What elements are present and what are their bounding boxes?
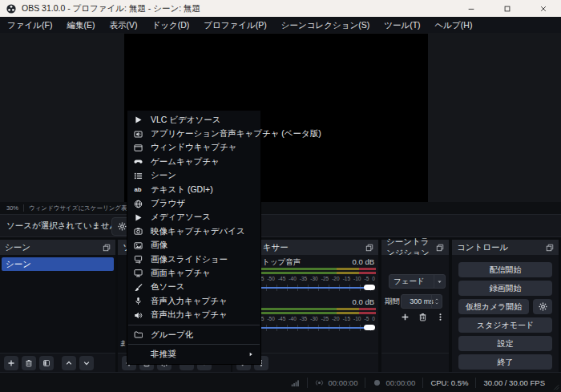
menu-item-label: アプリケーション音声キャプチャ (ベータ版)	[151, 128, 321, 139]
control-button[interactable]: 配信開始	[458, 262, 552, 277]
meter-scale-tick: -15	[343, 276, 350, 281]
menu-item-label: シーン	[151, 170, 176, 181]
menu-item[interactable]: シーン	[127, 169, 260, 183]
popout-icon[interactable]	[546, 244, 554, 252]
menubar-item[interactable]: 編集(E)	[59, 17, 102, 33]
controls-panel-header[interactable]: コントロール	[452, 240, 559, 255]
spinner-arrows[interactable]	[431, 295, 441, 308]
meter-scale-tick: -35	[300, 276, 307, 281]
menu-item[interactable]: 画像スライドショー	[127, 253, 260, 266]
transition-select[interactable]: フェード	[389, 274, 446, 289]
transitions-bottom-bar	[381, 353, 449, 372]
menu-item[interactable]: グループ化	[127, 328, 260, 341]
menubar-item[interactable]: シーンコレクション(S)	[274, 17, 377, 33]
source-context-toolbar: ソースが選択されていません	[0, 214, 561, 237]
scene-filter-button[interactable]	[39, 356, 54, 370]
controls-panel-title: コントロール	[457, 242, 508, 253]
meter-scale-tick: -5	[365, 316, 369, 321]
menu-item[interactable]: 色ソース	[127, 281, 260, 294]
preview-area[interactable]	[0, 33, 561, 202]
menu-item[interactable]: VLC ビデオソース	[127, 113, 260, 127]
menu-item[interactable]: アプリケーション音声キャプチャ (ベータ版)	[127, 127, 260, 140]
menu-separator	[128, 325, 260, 325]
scenes-toolbar	[0, 353, 115, 372]
menu-item-label: VLC ビデオソース	[151, 115, 221, 126]
popout-icon[interactable]	[103, 244, 111, 252]
control-button[interactable]: 録画開始	[458, 281, 552, 296]
window-title: OBS 31.0.0 - プロファイル: 無題 - シーン: 無題	[22, 3, 200, 14]
menu-item[interactable]: 音声入力キャプチャ	[127, 294, 260, 308]
chevron-up-button[interactable]	[62, 356, 76, 370]
record-time: 00:00:00	[385, 378, 415, 387]
signal-bars-icon	[291, 378, 300, 387]
menu-item-label: 映像キャプチャデバイス	[151, 226, 245, 237]
menubar-item[interactable]: ファイル(F)	[0, 17, 59, 33]
text-icon: ab	[134, 185, 143, 194]
menu-item-label: テキスト (GDI+)	[151, 184, 213, 196]
menu-item-label: 非推奨	[151, 349, 176, 360]
scenes-panel-header[interactable]: シーン	[0, 240, 115, 255]
menu-item-label: 音声出力キャプチャ	[151, 309, 228, 321]
menubar-item[interactable]: ヘルプ(H)	[428, 17, 480, 33]
volume-slider-handle[interactable]	[364, 325, 375, 330]
maximize-button[interactable]	[489, 0, 525, 17]
record-time-segment: 00:00:00	[373, 378, 415, 387]
menubar-item[interactable]: プロファイル(P)	[196, 17, 273, 33]
menu-item[interactable]: 非推奨	[127, 347, 260, 361]
control-button[interactable]: 仮想カメラ開始	[458, 299, 529, 314]
meter-scale-tick: -50	[267, 316, 274, 321]
record-status-icon	[373, 378, 381, 387]
trash-button[interactable]	[22, 356, 36, 370]
mic-icon	[134, 297, 143, 305]
kebab-button[interactable]	[434, 310, 446, 323]
obs-logo-icon	[6, 4, 16, 14]
spinner-down-icon[interactable]	[434, 301, 439, 305]
menu-item[interactable]: abテキスト (GDI+)	[127, 183, 260, 196]
menu-item[interactable]: 映像キャプチャデバイス	[127, 224, 260, 238]
meter-scale-tick: -10	[353, 316, 361, 321]
transitions-panel: シーントランジション フェード 期間 300 ms	[381, 240, 449, 372]
submenu-arrow-icon	[248, 351, 254, 358]
control-button[interactable]: スタジオモード	[458, 317, 552, 333]
plus-button[interactable]	[398, 310, 411, 323]
menubar-item[interactable]: 表示(V)	[102, 17, 144, 33]
meter-scale-tick: -45	[278, 276, 285, 281]
control-button[interactable]: 終了	[458, 354, 552, 370]
menubar-item[interactable]: ドック(D)	[144, 17, 196, 33]
popout-icon[interactable]	[365, 244, 373, 252]
menu-item[interactable]: メディアソース	[127, 211, 260, 224]
menu-item[interactable]: 画像	[127, 239, 260, 253]
virtual-camera-config-button[interactable]	[533, 299, 552, 314]
plus-button[interactable]	[4, 356, 18, 370]
trash-button[interactable]	[416, 310, 429, 323]
menu-item[interactable]: 画面キャプチャ	[127, 266, 260, 280]
scenes-panel-title: シーン	[5, 242, 30, 253]
play-icon	[134, 115, 143, 124]
menu-item[interactable]: 音声出力キャプチャ	[127, 308, 260, 321]
volume-slider-handle[interactable]	[364, 285, 375, 290]
menubar-item[interactable]: ツール(T)	[377, 17, 427, 33]
chevron-down-button[interactable]	[79, 356, 94, 370]
scene-list[interactable]: シーン	[0, 255, 115, 353]
menu-item[interactable]: ゲームキャプチャ	[127, 155, 260, 168]
close-button[interactable]	[525, 0, 561, 17]
slideshow-icon	[134, 255, 143, 264]
popout-icon[interactable]	[436, 244, 444, 252]
add-source-context-menu: VLC ビデオソースアプリケーション音声キャプチャ (ベータ版)ウィンドウキャプ…	[127, 110, 261, 365]
control-button[interactable]: 設定	[458, 336, 552, 351]
menu-item[interactable]: ウィンドウキャプチャ	[127, 141, 260, 155]
menu-item-label: 画面キャプチャ	[151, 268, 211, 279]
resize-grip-icon[interactable]	[552, 383, 559, 390]
scale-mode-label[interactable]: ウィンドウサイズにスケーリング表示	[29, 204, 133, 212]
app-audio-icon	[134, 130, 143, 139]
status-right: 00:00:00 00:00:00 CPU: 0.5% 30.00 / 30.0…	[291, 373, 545, 392]
duration-spinner[interactable]: 300 ms	[401, 294, 442, 309]
meter-scale-tick: -45	[278, 316, 285, 321]
minimize-button[interactable]	[453, 0, 489, 17]
scene-list-item[interactable]: シーン	[2, 257, 114, 271]
menu-item[interactable]: ブラウザ	[127, 196, 260, 210]
transitions-panel-header[interactable]: シーントランジション	[381, 240, 449, 255]
divider	[422, 378, 423, 388]
dock-area: シーン シーン ソース また 音声ミキサー デスクトップ音声0.0 dB-55-…	[0, 240, 561, 372]
menu-item-label: ブラウザ	[151, 198, 185, 209]
